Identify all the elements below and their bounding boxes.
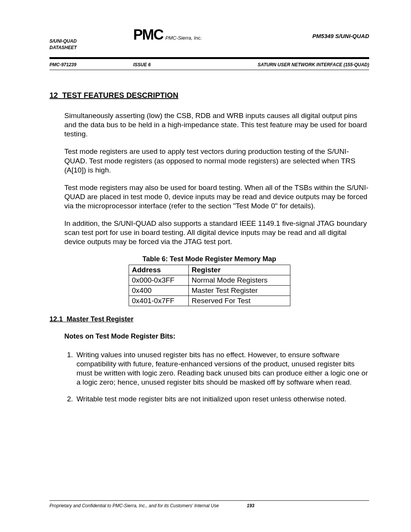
page-header: S/UNI-QUAD DATASHEET PMC PMC-Sierra, Inc… <box>49 27 369 57</box>
footer-rule <box>49 500 369 501</box>
section-title: TEST FEATURES DESCRIPTION <box>62 91 178 99</box>
content-area: 12 TEST FEATURES DESCRIPTION Simultaneou… <box>49 70 369 404</box>
notes-heading: Notes on Test Mode Register Bits: <box>64 332 369 340</box>
cell-register: Normal Mode Registers <box>188 275 290 285</box>
pmc-logo-icon: PMC <box>133 27 163 43</box>
footer-text-line: Proprietary and Confidential to PMC-Sier… <box>49 503 369 508</box>
doc-name-line2: DATASHEET <box>49 45 77 51</box>
doc-id: PMC-971239 <box>49 62 76 67</box>
company-name: PMC-Sierra, Inc. <box>165 35 202 43</box>
cell-register: Master Test Register <box>188 285 290 296</box>
subsection-number: 12.1 <box>49 315 63 323</box>
subheader: PMC-971239 ISSUE 6 SATURN USER NETWORK I… <box>49 59 369 70</box>
list-item: Writing values into unused register bits… <box>75 350 369 387</box>
paragraph: Test mode registers may also be used for… <box>64 183 369 211</box>
paragraph: Simultaneously asserting (low) the CSB, … <box>64 111 369 139</box>
subsection-title: Master Test Register <box>67 315 134 323</box>
paragraph: Test mode registers are used to apply te… <box>64 147 369 174</box>
section-heading: 12 TEST FEATURES DESCRIPTION <box>49 91 369 100</box>
table-header-row: Address Register <box>129 265 290 275</box>
doc-subtitle: SATURN USER NETWORK INTERFACE (155-QUAD) <box>258 62 369 67</box>
table-row: 0x400 Master Test Register <box>129 285 290 296</box>
page-footer: Proprietary and Confidential to PMC-Sier… <box>49 500 369 508</box>
issue-number: ISSUE 6 <box>133 62 151 67</box>
cell-address: 0x400 <box>129 285 188 296</box>
section-number: 12 <box>49 91 58 99</box>
notes-list: Writing values into unused register bits… <box>64 350 369 404</box>
table-row: 0x000-0x3FF Normal Mode Registers <box>129 275 290 285</box>
table-caption: Table 6: Test Mode Register Memory Map <box>49 255 369 263</box>
col-header-register: Register <box>188 265 290 275</box>
paragraph: In addition, the S/UNI-QUAD also support… <box>64 219 369 246</box>
header-left: S/UNI-QUAD DATASHEET <box>49 38 77 51</box>
footer-confidential: Proprietary and Confidential to PMC-Sier… <box>49 503 219 508</box>
logo-block: PMC PMC-Sierra, Inc. <box>133 27 202 43</box>
subsection-heading: 12.1 Master Test Register <box>49 315 369 323</box>
cell-address: 0x000-0x3FF <box>129 275 188 285</box>
list-item: Writable test mode register bits are not… <box>75 395 369 404</box>
doc-name-line1: S/UNI-QUAD <box>49 38 77 45</box>
table-row: 0x401-0x7FF Reserved For Test <box>129 296 290 306</box>
col-header-address: Address <box>129 265 188 275</box>
register-map-table: Address Register 0x000-0x3FF Normal Mode… <box>129 265 290 306</box>
page: S/UNI-QUAD DATASHEET PMC PMC-Sierra, Inc… <box>0 0 411 532</box>
page-number: 193 <box>247 503 255 508</box>
section-body: Simultaneously asserting (low) the CSB, … <box>64 111 369 247</box>
cell-address: 0x401-0x7FF <box>129 296 188 306</box>
cell-register: Reserved For Test <box>188 296 290 306</box>
part-number: PM5349 S/UNI-QUAD <box>312 33 369 39</box>
